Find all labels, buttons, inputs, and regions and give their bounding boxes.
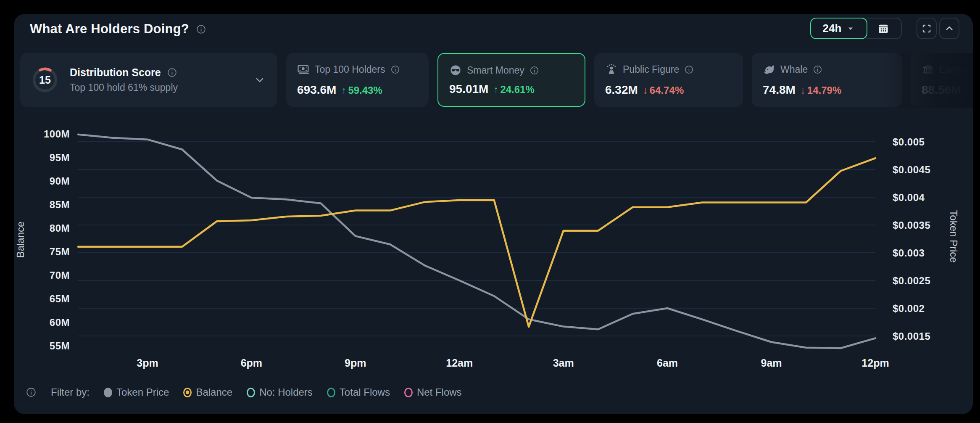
stat-cards-row: 15 Distribution Score Top 100 hold 61% s… xyxy=(20,53,973,107)
distribution-score-value: 15 xyxy=(31,66,59,94)
timeframe-dropdown[interactable]: 24h xyxy=(810,18,867,39)
filter-by-label: Filter by: xyxy=(51,386,90,398)
chevron-up-icon xyxy=(944,23,955,34)
total-flows-swatch-icon xyxy=(327,388,335,397)
card-delta: ↑24.61% xyxy=(493,84,534,95)
down-arrow-icon: ↓ xyxy=(801,85,806,96)
up-arrow-icon: ↑ xyxy=(341,85,346,96)
header-controls: 24h xyxy=(810,18,959,39)
screenshot-root: What Are Holders Doing? 24h xyxy=(0,0,980,423)
calendar-icon xyxy=(877,22,890,35)
card-value: 6.32M xyxy=(605,83,638,97)
timeframe-control: 24h xyxy=(810,18,902,39)
bank-icon xyxy=(922,63,934,76)
card-title: Smart Money xyxy=(467,65,524,76)
page-title: What Are Holders Doing? xyxy=(30,21,189,37)
distribution-score-title: Distribution Score xyxy=(70,66,161,79)
token-price-swatch-icon xyxy=(104,388,112,397)
legend-item-no-holders[interactable]: No: Holders xyxy=(247,386,313,398)
card-smart-money[interactable]: Smart Money 95.01M ↑24.61% xyxy=(437,53,585,107)
net-flows-swatch-icon xyxy=(404,388,413,397)
card-public-figure[interactable]: Public Figure 6.32M ↓64.74% xyxy=(594,53,743,107)
card-exchange[interactable]: Exchange 88.56M xyxy=(911,53,973,107)
distribution-score-gauge: 15 xyxy=(31,66,59,94)
legend-item-net-flows[interactable]: Net Flows xyxy=(404,386,462,398)
card-value: 88.56M xyxy=(922,83,961,97)
legend-item-total-flows[interactable]: Total Flows xyxy=(327,386,390,398)
info-icon[interactable] xyxy=(684,65,694,74)
info-icon[interactable] xyxy=(530,66,539,75)
whale-icon xyxy=(763,63,775,76)
card-delta: ↓64.74% xyxy=(643,85,684,96)
card-title: Public Figure xyxy=(623,64,679,75)
info-icon[interactable] xyxy=(167,67,177,78)
balance-swatch-icon xyxy=(183,388,192,397)
card-title: Top 100 Holders xyxy=(315,64,385,75)
info-icon[interactable] xyxy=(813,65,822,74)
caret-down-icon xyxy=(846,24,855,33)
up-arrow-icon: ↑ xyxy=(493,84,498,95)
card-title: Whale xyxy=(780,64,808,75)
info-icon[interactable] xyxy=(390,65,400,74)
card-top-100-holders[interactable]: Top 100 Holders 693.6M ↑59.43% xyxy=(286,53,429,107)
header: What Are Holders Doing? xyxy=(30,21,206,37)
legend-item-token-price[interactable]: Token Price xyxy=(104,386,169,398)
distribution-score-card[interactable]: 15 Distribution Score Top 100 hold 61% s… xyxy=(20,53,277,107)
info-icon[interactable] xyxy=(26,387,37,398)
distribution-score-text: Distribution Score Top 100 hold 61% supp… xyxy=(70,66,178,93)
down-arrow-icon: ↓ xyxy=(643,85,648,96)
timeframe-value: 24h xyxy=(823,22,842,35)
card-title: Exchange xyxy=(939,64,973,75)
fullscreen-button[interactable] xyxy=(917,18,937,39)
card-whale[interactable]: Whale 74.8M ↓14.79% xyxy=(752,53,902,107)
card-value: 74.8M xyxy=(763,83,796,97)
legend-item-balance[interactable]: Balance xyxy=(183,386,232,398)
distribution-score-subtitle: Top 100 hold 61% supply xyxy=(70,82,178,93)
holders-panel: What Are Holders Doing? 24h xyxy=(14,14,973,414)
no-holders-swatch-icon xyxy=(247,388,255,397)
incognito-icon xyxy=(449,64,462,77)
card-delta: ↓14.79% xyxy=(801,85,841,96)
calendar-button[interactable] xyxy=(866,18,902,39)
filter-legend: Filter by: Token Price Balance No: Holde… xyxy=(26,386,462,398)
info-icon[interactable] xyxy=(196,24,206,34)
card-delta: ↑59.43% xyxy=(341,85,382,96)
public-figure-icon xyxy=(605,63,618,76)
card-value: 693.6M xyxy=(297,83,336,97)
card-value: 95.01M xyxy=(449,82,488,96)
banknote-icon xyxy=(297,63,310,76)
collapse-button[interactable] xyxy=(939,18,959,39)
fullscreen-icon xyxy=(921,23,932,34)
chevron-down-icon[interactable] xyxy=(254,74,266,86)
